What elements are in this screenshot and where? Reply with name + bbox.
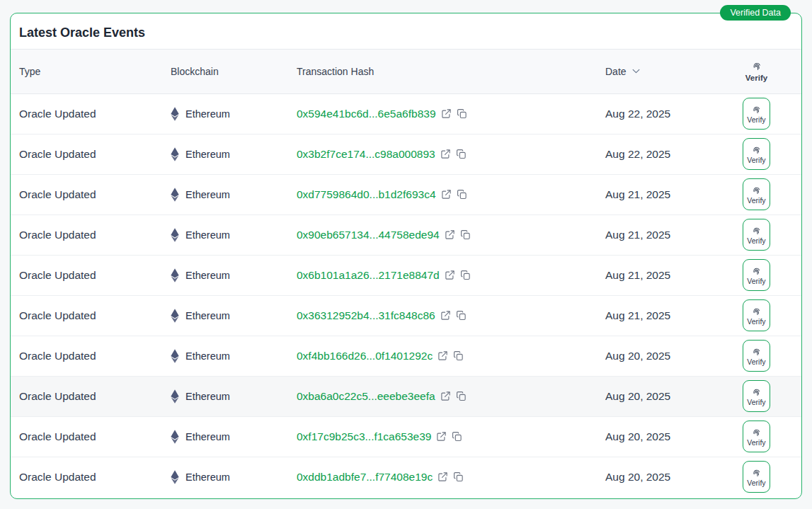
blockchain-name: Ethereum <box>185 431 230 442</box>
copy-icon[interactable] <box>457 189 467 200</box>
verify-button[interactable]: Verify <box>743 340 770 372</box>
verified-data-badge: Verified Data <box>720 5 791 21</box>
event-type: Oracle Updated <box>11 295 171 336</box>
transaction-hash-link[interactable]: 0xd7759864d0...b1d2f693c4 <box>297 188 436 201</box>
oracle-events-table: Type Blockchain Transaction Hash Date <box>11 50 801 497</box>
verify-button[interactable]: Verify <box>743 299 770 331</box>
event-date: Aug 20, 2025 <box>605 457 711 497</box>
page-background: Verified Data Latest Oracle Events Type … <box>0 0 812 509</box>
table-row: Oracle Updated Ethereum 0xf17c9b25c3...f… <box>11 416 801 457</box>
blockchain-name: Ethereum <box>185 391 230 402</box>
table-row: Oracle Updated Ethereum 0x6b101a1a26...2… <box>11 255 801 295</box>
external-link-icon[interactable] <box>438 350 448 361</box>
transaction-hash-link[interactable]: 0xba6a0c22c5...eeebe3eefa <box>297 390 435 403</box>
ethereum-icon <box>171 349 179 363</box>
transaction-hash-link[interactable]: 0xf17c9b25c3...f1ca653e39 <box>297 430 431 443</box>
ethereum-icon <box>171 268 179 282</box>
column-header-date: Date <box>605 66 627 77</box>
copy-icon[interactable] <box>456 310 467 321</box>
verify-button[interactable]: Verify <box>743 219 770 251</box>
event-date: Aug 20, 2025 <box>605 376 711 416</box>
transaction-hash-link[interactable]: 0x90eb657134...44758ede94 <box>297 229 440 241</box>
external-link-icon[interactable] <box>445 270 455 280</box>
ethereum-icon <box>171 389 179 404</box>
fingerprint-icon <box>751 225 762 236</box>
verify-button[interactable]: Verify <box>743 178 770 210</box>
fingerprint-icon <box>751 346 762 357</box>
table-row: Oracle Updated Ethereum 0xf4bb166d26...0… <box>11 336 801 376</box>
event-date: Aug 20, 2025 <box>605 416 711 457</box>
verify-button[interactable]: Verify <box>743 138 770 170</box>
table-row: Oracle Updated Ethereum 0x594e41bc6d...6… <box>11 93 801 134</box>
event-type: Oracle Updated <box>11 174 171 215</box>
chevron-down-icon <box>631 66 641 76</box>
event-type: Oracle Updated <box>11 215 171 255</box>
copy-icon[interactable] <box>453 350 464 361</box>
latest-oracle-events-card: Latest Oracle Events Type Blockchain Tra… <box>10 13 802 499</box>
transaction-hash-link[interactable]: 0x36312952b4...31fc848c86 <box>297 309 435 322</box>
column-header-verify: Verify <box>745 74 767 82</box>
ethereum-icon <box>171 147 179 161</box>
blockchain-name: Ethereum <box>185 350 230 362</box>
table-row: Oracle Updated Ethereum 0xba6a0c22c5...e… <box>11 376 801 416</box>
copy-icon[interactable] <box>460 270 471 280</box>
external-link-icon[interactable] <box>441 189 452 200</box>
verify-button[interactable]: Verify <box>743 98 770 130</box>
copy-icon[interactable] <box>457 108 467 119</box>
ethereum-icon <box>171 188 179 202</box>
external-link-icon[interactable] <box>440 310 451 321</box>
blockchain-name: Ethereum <box>185 229 230 241</box>
page-title: Latest Oracle Events <box>11 13 801 50</box>
transaction-hash-link[interactable]: 0x6b101a1a26...2171e8847d <box>297 269 440 282</box>
transaction-hash-link[interactable]: 0xddb1adbfe7...f77408e19c <box>297 471 433 484</box>
event-type: Oracle Updated <box>11 416 171 457</box>
copy-icon[interactable] <box>456 149 467 159</box>
verify-button[interactable]: Verify <box>743 461 770 493</box>
column-header-transaction-hash: Transaction Hash <box>297 50 605 93</box>
event-date: Aug 22, 2025 <box>605 93 711 134</box>
copy-icon[interactable] <box>453 471 464 482</box>
transaction-hash-link[interactable]: 0x3b2f7ce174...c98a000893 <box>297 148 435 161</box>
verify-button[interactable]: Verify <box>743 380 770 412</box>
fingerprint-icon <box>751 104 762 115</box>
event-date: Aug 20, 2025 <box>605 336 711 376</box>
copy-icon[interactable] <box>456 391 467 401</box>
ethereum-icon <box>171 470 179 484</box>
external-link-icon[interactable] <box>445 229 455 240</box>
blockchain-name: Ethereum <box>185 310 230 321</box>
event-type: Oracle Updated <box>11 255 171 295</box>
external-link-icon[interactable] <box>441 108 452 119</box>
fingerprint-icon <box>751 265 762 276</box>
copy-icon[interactable] <box>460 229 471 240</box>
event-date: Aug 21, 2025 <box>605 295 711 336</box>
blockchain-name: Ethereum <box>185 149 230 160</box>
fingerprint-icon <box>751 387 762 397</box>
blockchain-name: Ethereum <box>185 189 230 200</box>
table-header-row: Type Blockchain Transaction Hash Date <box>11 50 801 93</box>
external-link-icon[interactable] <box>440 149 451 159</box>
fingerprint-icon <box>751 467 762 478</box>
blockchain-name: Ethereum <box>185 471 230 483</box>
column-header-blockchain: Blockchain <box>171 50 297 93</box>
ethereum-icon <box>171 430 179 444</box>
event-date: Aug 21, 2025 <box>605 174 711 215</box>
ethereum-icon <box>171 107 179 121</box>
verify-button[interactable]: Verify <box>743 259 770 291</box>
fingerprint-icon <box>751 427 762 437</box>
external-link-icon[interactable] <box>436 431 447 442</box>
external-link-icon[interactable] <box>438 471 448 482</box>
event-type: Oracle Updated <box>11 376 171 416</box>
blockchain-name: Ethereum <box>185 108 230 120</box>
copy-icon[interactable] <box>452 431 462 442</box>
column-header-date-sort[interactable]: Date <box>605 66 641 77</box>
ethereum-icon <box>171 228 179 242</box>
column-header-type: Type <box>11 50 171 93</box>
ethereum-icon <box>171 309 179 323</box>
transaction-hash-link[interactable]: 0x594e41bc6d...6e5a6fb839 <box>297 108 436 120</box>
transaction-hash-link[interactable]: 0xf4bb166d26...0f1401292c <box>297 350 433 362</box>
fingerprint-icon <box>751 60 762 72</box>
blockchain-name: Ethereum <box>185 270 230 281</box>
verify-button[interactable]: Verify <box>743 421 770 452</box>
table-row: Oracle Updated Ethereum 0x90eb657134...4… <box>11 215 801 255</box>
external-link-icon[interactable] <box>440 391 451 401</box>
